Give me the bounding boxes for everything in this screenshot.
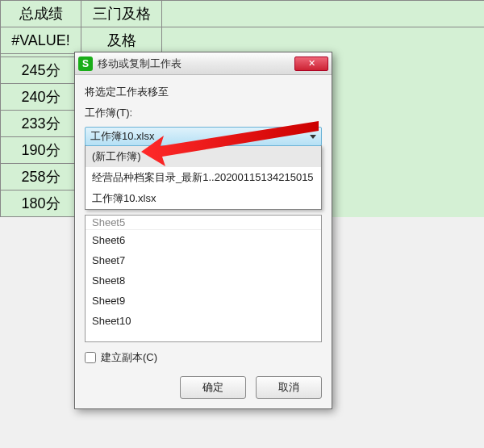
list-item[interactable]: Sheet6 — [86, 230, 321, 250]
dropdown-item[interactable]: 工作簿10.xlsx — [86, 188, 321, 209]
app-icon: S — [78, 57, 93, 71]
cell[interactable]: 180分 — [1, 191, 81, 217]
cell[interactable]: 190分 — [1, 137, 81, 164]
label-move-to: 将选定工作表移至 — [85, 85, 322, 99]
cell[interactable]: 233分 — [1, 111, 81, 137]
col-header-empty[interactable] — [162, 1, 485, 27]
dialog-titlebar[interactable]: S 移动或复制工作表 ✕ — [75, 52, 332, 75]
col-header-pass[interactable]: 三门及格 — [81, 1, 162, 27]
close-button[interactable]: ✕ — [294, 57, 328, 71]
cell[interactable]: 及格 — [81, 27, 162, 54]
list-item[interactable]: Sheet7 — [86, 250, 321, 270]
list-item[interactable]: Sheet8 — [86, 270, 321, 291]
create-copy-checkbox[interactable] — [85, 352, 96, 363]
chevron-down-icon — [310, 135, 316, 139]
dropdown-item-new-workbook[interactable]: (新工作簿) — [86, 146, 321, 167]
label-workbook: 工作簿(T): — [85, 106, 322, 120]
close-icon: ✕ — [308, 58, 315, 69]
list-item[interactable]: Sheet10 — [86, 311, 321, 331]
cell[interactable] — [162, 27, 485, 54]
list-item[interactable]: Sheet5 — [86, 216, 321, 230]
dropdown-item[interactable]: 经营品种档案目录_最新1..20200115134215015 — [86, 167, 321, 188]
sheet-listbox[interactable]: Sheet5 Sheet6 Sheet7 Sheet8 Sheet9 Sheet… — [85, 215, 322, 342]
col-header-total[interactable]: 总成绩 — [1, 1, 81, 27]
cell[interactable]: 258分 — [1, 164, 81, 191]
combobox-value: 工作簿10.xlsx — [90, 129, 154, 144]
cell[interactable]: #VALUE! — [1, 27, 81, 54]
dialog-title: 移动或复制工作表 — [98, 57, 294, 71]
cell[interactable]: 245分 — [1, 57, 81, 84]
create-copy-label: 建立副本(C) — [101, 350, 157, 365]
workbook-dropdown-panel: (新工作簿) 经营品种档案目录_最新1..20200115134215015 工… — [85, 145, 322, 210]
move-copy-sheet-dialog: S 移动或复制工作表 ✕ 将选定工作表移至 工作簿(T): 工作簿10.xlsx… — [74, 52, 332, 409]
cancel-button[interactable]: 取消 — [256, 376, 322, 399]
workbook-combobox[interactable]: 工作簿10.xlsx — [85, 127, 322, 146]
ok-button[interactable]: 确定 — [180, 376, 246, 399]
cell[interactable]: 240分 — [1, 84, 81, 111]
list-item[interactable]: Sheet9 — [86, 291, 321, 311]
